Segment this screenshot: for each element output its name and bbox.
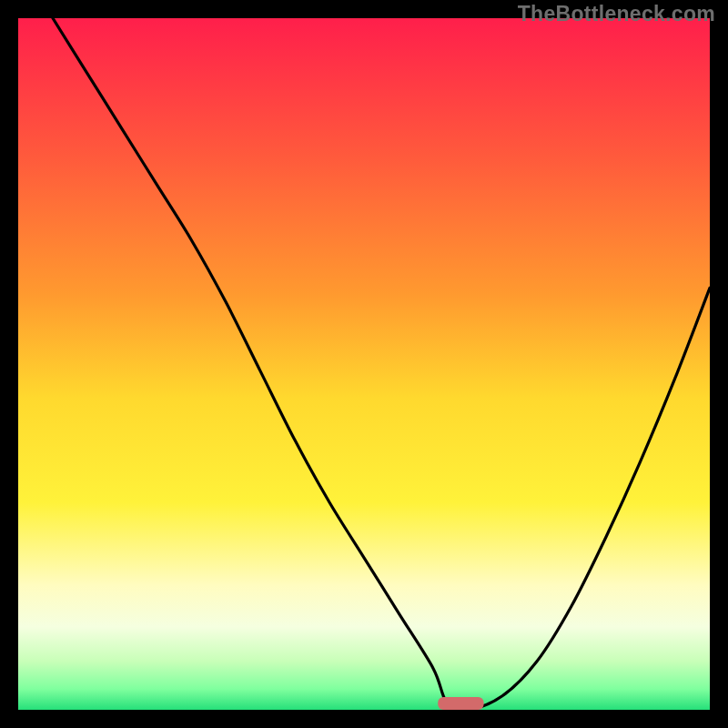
optimum-marker [438,697,483,710]
plot-area [18,18,710,710]
bottleneck-chart [18,18,710,710]
gradient-background [18,18,710,710]
chart-frame: TheBottleneck.com [0,0,728,728]
watermark-text: TheBottleneck.com [518,2,715,26]
